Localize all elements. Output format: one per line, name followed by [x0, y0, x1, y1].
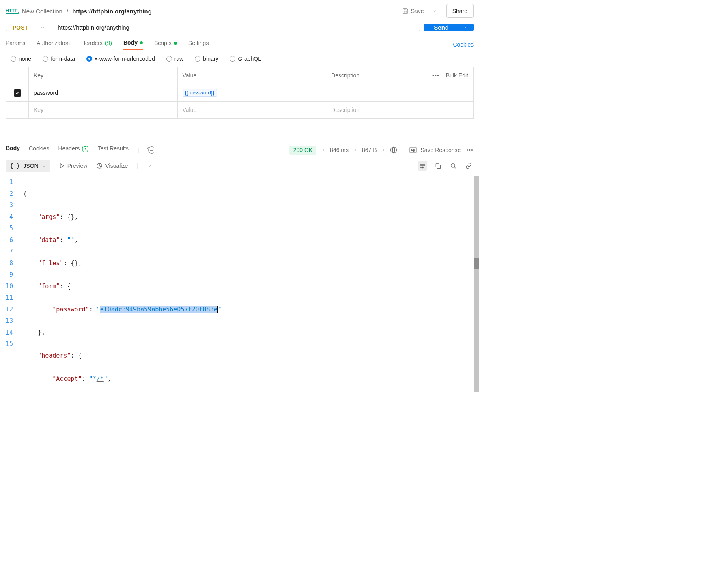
breadcrumb-collection[interactable]: New Collection: [22, 8, 62, 15]
visualize-icon: [96, 163, 103, 169]
resp-headers-count: (7): [82, 145, 89, 152]
visualize-label: Visualize: [105, 163, 128, 169]
more-icon[interactable]: •••: [432, 72, 439, 79]
breadcrumb-current: https://httpbin.org/anything: [72, 8, 152, 15]
save-icon: [402, 8, 409, 14]
kv-description-header: Description: [326, 67, 424, 84]
breadcrumb-separator: /: [67, 8, 68, 15]
chevron-down-icon[interactable]: [147, 163, 152, 168]
breadcrumb: HTTP New Collection / https://httpbin.or…: [6, 8, 152, 15]
response-bar: Body Cookies Headers(7) Test Results | 2…: [0, 145, 479, 155]
more-icon[interactable]: •••: [466, 147, 474, 153]
radio-none[interactable]: none: [11, 56, 31, 62]
body-type-radios: none form-data x-www-form-urlencoded raw…: [0, 50, 479, 67]
radio-icon: [86, 56, 92, 62]
divider: [403, 146, 403, 154]
chevron-down-icon: [464, 25, 469, 30]
separator-dot: •: [354, 147, 356, 153]
radio-icon: [230, 56, 235, 62]
divider: |: [138, 147, 139, 153]
kv-key-cell[interactable]: password: [29, 84, 178, 102]
request-row: POST Send: [0, 22, 479, 34]
tab-settings[interactable]: Settings: [188, 40, 209, 49]
dot-indicator-icon: [140, 41, 143, 44]
radio-icon: [166, 56, 172, 62]
divider: |: [137, 163, 138, 169]
svg-point-9: [451, 164, 455, 167]
separator-dot: •: [383, 147, 385, 153]
history-icon[interactable]: [148, 146, 155, 154]
tab-scripts[interactable]: Scripts: [154, 40, 177, 49]
search-icon[interactable]: [448, 161, 458, 171]
save-label: Save: [411, 8, 424, 14]
kv-value-cell[interactable]: {{password}}: [178, 84, 327, 102]
kv-key-header: Key: [29, 67, 178, 84]
copy-icon[interactable]: [433, 161, 443, 171]
resp-tab-headers[interactable]: Headers(7): [58, 145, 89, 155]
tab-body[interactable]: Body: [123, 39, 143, 50]
example-icon: e.g.: [409, 147, 417, 153]
kv-key-placeholder[interactable]: Key: [29, 102, 178, 118]
row-checkbox[interactable]: [14, 89, 21, 97]
tab-authorization[interactable]: Authorization: [37, 40, 70, 49]
svg-rect-8: [437, 165, 441, 169]
header-actions: Save Share: [402, 4, 474, 18]
scroll-marker: [474, 258, 479, 269]
body-kv-table: Key Value Description ••• Bulk Edit pass…: [6, 67, 474, 119]
format-select[interactable]: { } JSON: [6, 160, 50, 172]
resp-tab-test-results[interactable]: Test Results: [98, 145, 129, 155]
kv-row-new[interactable]: Key Value Description: [6, 102, 473, 118]
save-dropdown[interactable]: [429, 6, 439, 16]
send-button[interactable]: Send: [424, 24, 459, 31]
scroll-thumb[interactable]: [474, 176, 479, 392]
kv-value-header: Value: [178, 67, 327, 84]
send-group: Send: [424, 24, 474, 31]
preview-label: Preview: [67, 163, 88, 169]
method-label: POST: [13, 24, 28, 31]
variable-chip: {{password}}: [183, 89, 217, 97]
bulk-edit-button[interactable]: Bulk Edit: [446, 72, 468, 79]
save-button[interactable]: Save: [402, 6, 442, 16]
radio-binary[interactable]: binary: [195, 56, 218, 62]
preview-button[interactable]: Preview: [59, 163, 88, 169]
save-response-button[interactable]: e.g. Save Response: [409, 147, 461, 153]
response-code[interactable]: { "args": {}, "data": "", "files": {}, "…: [19, 176, 479, 392]
link-icon[interactable]: [464, 161, 474, 171]
scrollbar[interactable]: [474, 176, 479, 392]
chevron-down-icon: [40, 25, 45, 30]
tab-headers[interactable]: Headers(9): [81, 40, 112, 49]
url-input[interactable]: [52, 24, 420, 31]
resp-tab-cookies[interactable]: Cookies: [29, 145, 50, 155]
radio-urlencoded[interactable]: x-www-form-urlencoded: [86, 56, 155, 62]
cookies-link[interactable]: Cookies: [453, 41, 474, 48]
radio-icon: [43, 56, 48, 62]
response-body-viewer: 123456789101112131415 { "args": {}, "dat…: [0, 176, 479, 392]
resp-tab-body[interactable]: Body: [6, 145, 20, 155]
method-select[interactable]: POST: [6, 24, 52, 31]
svg-text:e.g.: e.g.: [411, 149, 415, 152]
kv-description-placeholder[interactable]: Description: [326, 102, 424, 118]
send-dropdown[interactable]: [459, 24, 474, 31]
radio-graphql[interactable]: GraphQL: [230, 56, 261, 62]
radio-raw[interactable]: raw: [166, 56, 184, 62]
request-tabs: Params Authorization Headers(9) Body Scr…: [0, 34, 479, 50]
play-icon: [59, 163, 65, 169]
visualize-button[interactable]: Visualize: [96, 163, 128, 169]
globe-icon[interactable]: [390, 146, 397, 154]
selected-text: e10adc3949ba59abbe56e057f20f883e: [100, 306, 217, 313]
share-button[interactable]: Share: [446, 4, 474, 18]
wrap-lines-icon[interactable]: [418, 161, 427, 171]
http-icon: HTTP: [6, 8, 18, 14]
tab-params[interactable]: Params: [6, 40, 25, 49]
radio-form-data[interactable]: form-data: [43, 56, 75, 62]
chevron-down-icon: [42, 164, 46, 168]
response-toolbar: { } JSON Preview Visualize |: [0, 155, 479, 176]
kv-value-placeholder[interactable]: Value: [178, 102, 327, 118]
kv-description-cell[interactable]: [326, 84, 424, 102]
header-bar: HTTP New Collection / https://httpbin.or…: [0, 0, 479, 22]
method-url-group: POST: [6, 24, 420, 31]
svg-line-10: [454, 167, 456, 168]
kv-row: password {{password}}: [6, 84, 473, 102]
kv-checkbox-header: [6, 67, 29, 84]
headers-count: (9): [105, 40, 112, 46]
